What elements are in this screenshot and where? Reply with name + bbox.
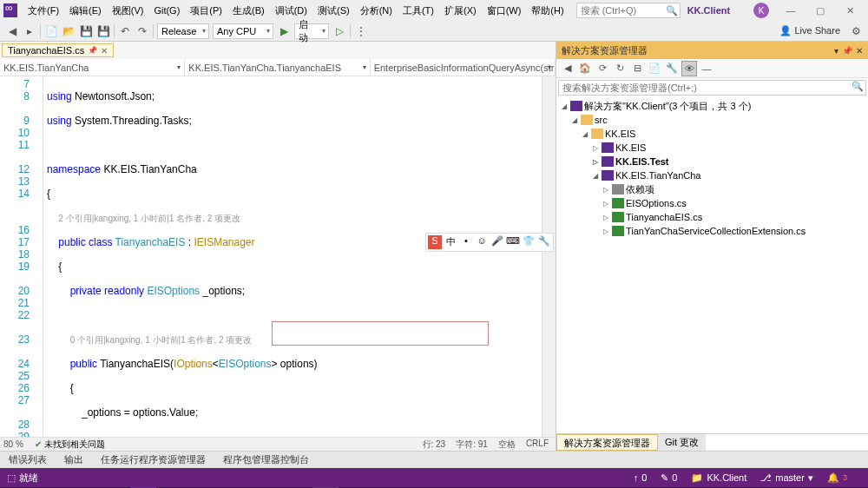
tab-output[interactable]: 输出 (56, 452, 92, 468)
nav-class[interactable]: KK.EIS.TianYanCha.TianyanchaEIS (185, 59, 370, 76)
solution-tree[interactable]: ◢解决方案"KK.Client"(3 个项目，共 3 个) ◢src ◢KK.E… (556, 97, 868, 433)
sol-pin-icon[interactable]: 📌 (842, 46, 852, 56)
sol-search-icon[interactable]: 🔍 (850, 81, 865, 95)
solution-title: KK.Client (687, 5, 731, 16)
menu-debug[interactable]: 调试(D) (270, 3, 312, 19)
sol-search[interactable]: 🔍 (558, 80, 866, 96)
ime-lang-icon[interactable]: 中 (444, 235, 457, 249)
file-tab[interactable]: TianyanchaEIS.cs 📌 ✕ (2, 43, 114, 57)
ime-emoji-icon[interactable]: ☺ (475, 235, 489, 249)
save-icon[interactable]: 💾 (77, 23, 95, 40)
nav-fwd-icon[interactable]: ▸ (21, 23, 38, 40)
open-icon[interactable]: 📂 (60, 23, 77, 40)
sol-prop-icon[interactable]: 🔧 (664, 61, 680, 76)
sol-back-icon[interactable]: ◀ (560, 61, 575, 76)
repo-name[interactable]: 📁 KK.Client (691, 472, 746, 484)
tab-git-changes[interactable]: Git 更改 (658, 434, 706, 451)
nav-back-icon[interactable]: ◀ (3, 23, 21, 40)
sol-sync-icon[interactable]: ⟳ (595, 61, 610, 76)
menu-file[interactable]: 文件(F) (23, 3, 64, 19)
saveall-icon[interactable]: 💾 (95, 23, 112, 40)
branch-name[interactable]: ⎇ master ▾ (760, 472, 813, 484)
vs-logo-icon (3, 3, 17, 17)
maximize-button[interactable]: ▢ (806, 0, 835, 21)
sol-close-icon[interactable]: ✕ (856, 46, 863, 56)
code-content[interactable]: using Newtonsoft.Json; using System.Thre… (43, 76, 542, 437)
status-bar: ⬚ 就绪 ↑ 0 ✎ 0 📁 KK.Client ⎇ master ▾ 🔔3 (0, 468, 868, 487)
status-ready: ⬚ 就绪 (7, 472, 38, 485)
sol-refresh-icon[interactable]: ↻ (612, 61, 628, 76)
start-combo[interactable]: 启动 (294, 23, 329, 39)
nav-bar: KK.EIS.TianYanCha KK.EIS.TianYanCha.Tian… (0, 59, 556, 76)
sol-preview-icon[interactable]: 👁 (681, 61, 697, 76)
menu-analyze[interactable]: 分析(N) (355, 3, 398, 19)
nav-project[interactable]: KK.EIS.TianYanCha (0, 59, 185, 76)
editor-status: 80 % ✔ 未找到相关问题 行: 23 字符: 91 空格 CRLF (0, 437, 556, 451)
sol-toolbar: ◀ 🏠 ⟳ ↻ ⊟ 📄 🔧 👁 — (556, 59, 868, 78)
git-add[interactable]: ↑ 0 (634, 472, 648, 483)
menu-edit[interactable]: 编辑(E) (64, 3, 107, 19)
code-editor[interactable]: 7891011121314161718192021222324252627282… (0, 76, 556, 437)
ime-mic-icon[interactable]: 🎤 (490, 235, 504, 249)
menu-build[interactable]: 生成(B) (227, 3, 270, 19)
sol-dropdown-icon[interactable]: ▾ (834, 46, 838, 56)
pin-icon[interactable]: 📌 (88, 46, 97, 55)
title-bar: 文件(F) 编辑(E) 视图(V) Git(G) 项目(P) 生成(B) 调试(… (0, 0, 868, 21)
menu-window[interactable]: 窗口(W) (482, 3, 527, 19)
close-button[interactable]: ✕ (835, 0, 865, 21)
sol-home-icon[interactable]: 🏠 (577, 61, 593, 76)
ime-floating-bar[interactable]: S 中 • ☺ 🎤 ⌨ 👕 🔧 (425, 233, 554, 252)
sol-more-icon[interactable]: — (699, 61, 714, 76)
fold-gutter[interactable] (35, 76, 43, 437)
menu-tools[interactable]: 工具(T) (398, 3, 439, 19)
menu-extensions[interactable]: 扩展(X) (439, 3, 482, 19)
sol-collapse-icon[interactable]: ⊟ (629, 61, 645, 76)
ime-punc-icon[interactable]: • (459, 235, 473, 249)
minimize-button[interactable]: — (776, 0, 806, 21)
user-avatar[interactable]: K (753, 3, 769, 18)
error-status[interactable]: 未找到相关问题 (44, 439, 105, 451)
ime-tool-icon[interactable]: 🔧 (537, 235, 551, 249)
tool-1[interactable]: ⋮ (352, 23, 370, 40)
platform-combo[interactable]: Any CPU (213, 23, 273, 39)
liveshare-button[interactable]: 👤 Live Share (779, 25, 840, 36)
line-info: 行: 23 (423, 439, 446, 451)
menu-help[interactable]: 帮助(H) (526, 3, 569, 19)
col-info: 字符: 91 (456, 439, 488, 451)
main-toolbar: ◀ ▸ 📄 📂 💾 💾 ↶ ↷ Release Any CPU ▶ 启动 ▷ ⋮… (0, 21, 868, 42)
tab-close-icon[interactable]: ✕ (101, 46, 108, 56)
nav-method[interactable]: EnterpriseBasicInformationQueryAsync(str… (371, 59, 556, 76)
solution-explorer: 解决方案资源管理器 ▾ 📌 ✕ ◀ 🏠 ⟳ ↻ ⊟ 📄 🔧 👁 — 🔍 ◢解决方… (556, 42, 868, 451)
menu-git[interactable]: Git(G) (148, 3, 185, 17)
git-edit[interactable]: ✎ 0 (661, 472, 677, 484)
ime-skin-icon[interactable]: 👕 (522, 235, 536, 249)
sol-showall-icon[interactable]: 📄 (647, 61, 662, 76)
sol-search-input[interactable] (559, 81, 850, 95)
global-search[interactable]: 🔍 (576, 3, 681, 18)
sol-title-bar[interactable]: 解决方案资源管理器 ▾ 📌 ✕ (556, 42, 868, 59)
line-gutter: 7891011121314161718192021222324252627282… (0, 76, 35, 437)
config-combo[interactable]: Release (157, 23, 209, 39)
search-input[interactable] (577, 5, 664, 16)
new-icon[interactable]: 📄 (43, 23, 60, 40)
eol-info[interactable]: CRLF (526, 439, 549, 451)
tab-taskrunner[interactable]: 任务运行程序资源管理器 (92, 452, 214, 468)
menu-project[interactable]: 项目(P) (185, 3, 227, 19)
tab-pkgmgr[interactable]: 程序包管理器控制台 (214, 452, 318, 468)
search-icon[interactable]: 🔍 (664, 5, 680, 16)
start-icon[interactable]: ▶ (275, 23, 293, 40)
admin-icon[interactable]: ⚙ (847, 23, 865, 40)
ime-icon[interactable]: S (428, 235, 442, 249)
menu-view[interactable]: 视图(V) (107, 3, 149, 19)
undo-icon[interactable]: ↶ (116, 23, 134, 40)
start-nodebug-icon[interactable]: ▷ (331, 23, 348, 40)
tab-errors[interactable]: 错误列表 (0, 452, 56, 468)
vertical-scrollbar[interactable] (542, 76, 556, 437)
menu-test[interactable]: 测试(S) (312, 3, 355, 19)
redo-icon[interactable]: ↷ (134, 23, 151, 40)
ime-kb-icon[interactable]: ⌨ (506, 235, 520, 249)
indent-info[interactable]: 空格 (498, 439, 516, 451)
tab-sol-explorer[interactable]: 解决方案资源管理器 (556, 434, 658, 451)
zoom-combo[interactable]: 80 % (0, 439, 35, 449)
notifications-icon[interactable]: 🔔3 (827, 472, 847, 484)
